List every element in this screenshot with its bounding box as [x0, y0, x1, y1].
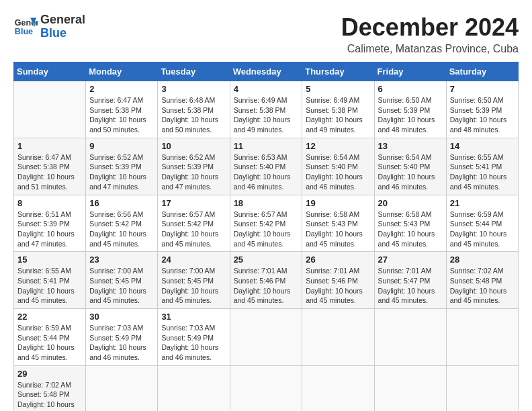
- day-number: 20: [378, 198, 443, 208]
- daylight-minutes: and 45 minutes.: [306, 240, 356, 248]
- table-row: [230, 309, 302, 366]
- sunrise-label: Sunrise: 6:52 AM: [89, 153, 143, 161]
- table-row: [446, 309, 518, 366]
- day-info: Sunrise: 7:01 AM Sunset: 5:46 PM Dayligh…: [306, 266, 370, 306]
- daylight-label: Daylight: 10 hours: [161, 173, 218, 181]
- daylight-label: Daylight: 10 hours: [161, 116, 218, 124]
- table-row: [302, 365, 374, 411]
- day-number: 14: [450, 141, 515, 151]
- daylight-minutes: and 50 minutes.: [89, 126, 140, 134]
- daylight-label: Daylight: 10 hours: [378, 287, 435, 295]
- calendar-week-row: 15 Sunrise: 6:55 AM Sunset: 5:41 PM Dayl…: [14, 252, 519, 309]
- table-row: 1 Sunrise: 6:47 AM Sunset: 5:38 PM Dayli…: [14, 138, 86, 195]
- day-number: 27: [378, 255, 443, 265]
- logo-icon: General Blue: [13, 15, 38, 39]
- sunset-label: Sunset: 5:43 PM: [378, 220, 431, 228]
- table-row: 30 Sunrise: 7:03 AM Sunset: 5:49 PM Dayl…: [86, 309, 158, 366]
- sunrise-label: Sunrise: 7:03 AM: [89, 324, 143, 332]
- sunrise-label: Sunrise: 6:47 AM: [17, 153, 71, 161]
- table-row: 3 Sunrise: 6:48 AM Sunset: 5:38 PM Dayli…: [158, 81, 230, 138]
- page-header: General Blue General Blue December 2024 …: [13, 13, 519, 55]
- day-number: 13: [378, 141, 443, 151]
- sunset-label: Sunset: 5:39 PM: [17, 220, 70, 228]
- table-row: 8 Sunrise: 6:51 AM Sunset: 5:39 PM Dayli…: [14, 195, 86, 252]
- daylight-minutes: and 51 minutes.: [17, 183, 68, 191]
- sunset-label: Sunset: 5:40 PM: [378, 163, 431, 171]
- table-row: 16 Sunrise: 6:56 AM Sunset: 5:42 PM Dayl…: [86, 195, 158, 252]
- sunset-label: Sunset: 5:42 PM: [234, 220, 286, 228]
- sunset-label: Sunset: 5:49 PM: [161, 334, 214, 342]
- sunrise-label: Sunrise: 7:00 AM: [161, 267, 215, 275]
- sunset-label: Sunset: 5:44 PM: [450, 220, 502, 228]
- daylight-label: Daylight: 10 hours: [234, 116, 291, 124]
- daylight-label: Daylight: 10 hours: [234, 287, 291, 295]
- day-info: Sunrise: 6:59 AM Sunset: 5:44 PM Dayligh…: [450, 210, 515, 249]
- day-info: Sunrise: 6:58 AM Sunset: 5:43 PM Dayligh…: [378, 210, 443, 249]
- sunset-label: Sunset: 5:39 PM: [450, 106, 502, 114]
- day-number: 19: [306, 198, 370, 208]
- sunrise-label: Sunrise: 7:01 AM: [306, 267, 359, 275]
- daylight-minutes: and 47 minutes.: [89, 183, 140, 191]
- sunrise-label: Sunrise: 6:54 AM: [378, 153, 432, 161]
- daylight-minutes: and 45 minutes.: [378, 240, 429, 248]
- col-friday: Friday: [374, 62, 446, 81]
- daylight-minutes: and 46 minutes.: [378, 183, 429, 191]
- sunrise-label: Sunrise: 7:02 AM: [450, 267, 504, 275]
- day-info: Sunrise: 6:58 AM Sunset: 5:43 PM Dayligh…: [306, 210, 370, 249]
- sunrise-label: Sunrise: 7:02 AM: [17, 381, 71, 389]
- table-row: 18 Sunrise: 6:57 AM Sunset: 5:42 PM Dayl…: [230, 195, 302, 252]
- sunset-label: Sunset: 5:39 PM: [378, 106, 431, 114]
- sunset-label: Sunset: 5:38 PM: [17, 163, 70, 171]
- daylight-label: Daylight: 10 hours: [17, 230, 75, 238]
- sunrise-label: Sunrise: 6:59 AM: [17, 324, 71, 332]
- sunrise-label: Sunrise: 6:57 AM: [161, 210, 215, 218]
- daylight-minutes: and 45 minutes.: [161, 296, 212, 304]
- table-row: 19 Sunrise: 6:58 AM Sunset: 5:43 PM Dayl…: [302, 195, 374, 252]
- sunset-label: Sunset: 5:38 PM: [234, 106, 286, 114]
- table-row: 25 Sunrise: 7:01 AM Sunset: 5:46 PM Dayl…: [230, 252, 302, 309]
- calendar-header-row: Sunday Monday Tuesday Wednesday Thursday…: [14, 62, 519, 81]
- col-tuesday: Tuesday: [158, 62, 230, 81]
- table-row: 27 Sunrise: 7:01 AM Sunset: 5:47 PM Dayl…: [374, 252, 446, 309]
- day-number: 11: [234, 141, 299, 151]
- daylight-label: Daylight: 10 hours: [17, 173, 75, 181]
- daylight-minutes: and 45 minutes.: [161, 240, 212, 248]
- sunset-label: Sunset: 5:38 PM: [161, 106, 214, 114]
- day-number: 16: [89, 198, 154, 208]
- daylight-minutes: and 50 minutes.: [161, 126, 212, 134]
- table-row: 11 Sunrise: 6:53 AM Sunset: 5:40 PM Dayl…: [230, 138, 302, 195]
- day-number: 9: [89, 141, 154, 151]
- day-info: Sunrise: 6:55 AM Sunset: 5:41 PM Dayligh…: [450, 152, 515, 192]
- daylight-minutes: and 46 minutes.: [306, 183, 356, 191]
- sunset-label: Sunset: 5:40 PM: [234, 163, 286, 171]
- day-number: 3: [161, 84, 226, 94]
- day-info: Sunrise: 6:55 AM Sunset: 5:41 PM Dayligh…: [17, 266, 82, 306]
- daylight-minutes: and 45 minutes.: [89, 240, 140, 248]
- table-row: 28 Sunrise: 7:02 AM Sunset: 5:48 PM Dayl…: [446, 252, 518, 309]
- table-row: [446, 365, 518, 411]
- daylight-minutes: and 48 minutes.: [378, 126, 429, 134]
- daylight-label: Daylight: 10 hours: [161, 287, 218, 295]
- day-info: Sunrise: 7:02 AM Sunset: 5:48 PM Dayligh…: [450, 266, 515, 306]
- daylight-minutes: and 47 minutes.: [17, 240, 68, 248]
- table-row: 22 Sunrise: 6:59 AM Sunset: 5:44 PM Dayl…: [14, 309, 86, 366]
- table-row: [14, 81, 86, 138]
- table-row: 20 Sunrise: 6:58 AM Sunset: 5:43 PM Dayl…: [374, 195, 446, 252]
- table-row: 21 Sunrise: 6:59 AM Sunset: 5:44 PM Dayl…: [446, 195, 518, 252]
- daylight-label: Daylight: 10 hours: [17, 343, 75, 351]
- day-info: Sunrise: 6:56 AM Sunset: 5:42 PM Dayligh…: [89, 210, 154, 249]
- daylight-minutes: and 45 minutes.: [17, 296, 68, 304]
- daylight-label: Daylight: 10 hours: [306, 230, 363, 238]
- logo-general: General: [40, 13, 85, 26]
- day-number: 17: [161, 198, 226, 208]
- day-number: 4: [234, 84, 299, 94]
- daylight-label: Daylight: 10 hours: [450, 116, 507, 124]
- day-info: Sunrise: 6:50 AM Sunset: 5:39 PM Dayligh…: [450, 95, 515, 135]
- day-number: 2: [89, 84, 154, 94]
- table-row: [230, 365, 302, 411]
- daylight-label: Daylight: 10 hours: [89, 230, 146, 238]
- daylight-minutes: and 45 minutes.: [450, 240, 500, 248]
- calendar-week-row: 8 Sunrise: 6:51 AM Sunset: 5:39 PM Dayli…: [14, 195, 519, 252]
- day-info: Sunrise: 6:47 AM Sunset: 5:38 PM Dayligh…: [17, 152, 82, 192]
- daylight-minutes: and 45 minutes.: [89, 296, 140, 304]
